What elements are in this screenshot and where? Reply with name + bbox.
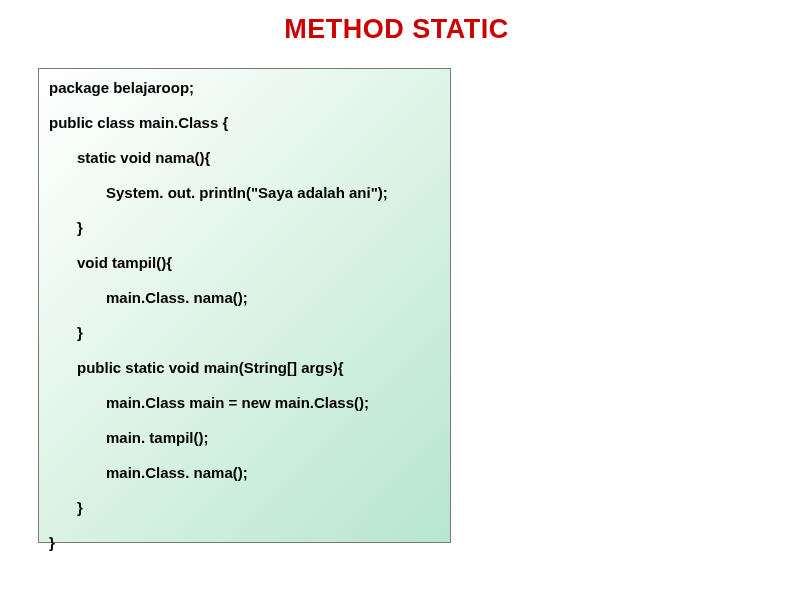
code-line: main.Class main = new main.Class(); (106, 394, 442, 412)
blank-line (49, 132, 442, 149)
blank-line (49, 342, 442, 359)
code-line: public class main.Class { (49, 114, 442, 132)
code-line: } (77, 324, 442, 342)
code-line: } (49, 534, 442, 552)
code-line: System. out. println("Saya adalah ani"); (106, 184, 442, 202)
code-line: main.Class. nama(); (106, 289, 442, 307)
blank-line (49, 482, 442, 499)
blank-line (49, 517, 442, 534)
blank-line (49, 377, 442, 394)
blank-line (49, 167, 442, 184)
slide-page: METHOD STATIC package belajaroop; public… (0, 0, 793, 596)
code-line: } (77, 499, 442, 517)
code-line: main. tampil(); (106, 429, 442, 447)
code-line: static void nama(){ (77, 149, 442, 167)
blank-line (49, 97, 442, 114)
code-line: } (77, 219, 442, 237)
code-block: package belajaroop; public class main.Cl… (38, 68, 451, 543)
blank-line (49, 272, 442, 289)
code-line: main.Class. nama(); (106, 464, 442, 482)
blank-line (49, 202, 442, 219)
code-line: void tampil(){ (77, 254, 442, 272)
slide-title: METHOD STATIC (0, 0, 793, 51)
blank-line (49, 412, 442, 429)
blank-line (49, 447, 442, 464)
blank-line (49, 237, 442, 254)
code-line: package belajaroop; (49, 79, 442, 97)
code-line: public static void main(String[] args){ (77, 359, 442, 377)
blank-line (49, 307, 442, 324)
